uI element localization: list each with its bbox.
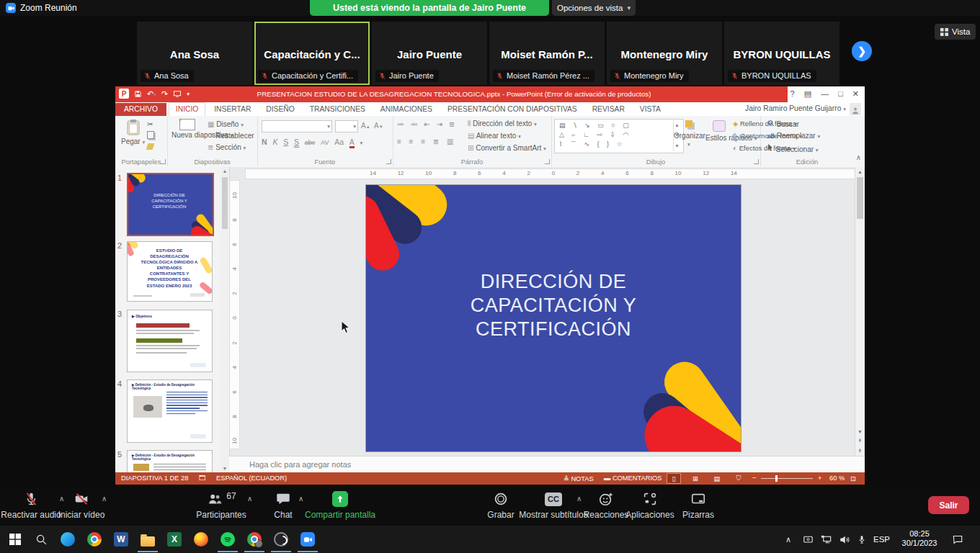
tab-inicio[interactable]: INICIO: [169, 102, 205, 117]
leave-meeting-button[interactable]: Salir: [928, 496, 969, 514]
slide-thumbnail-4[interactable]: ▶ Definición - Estudio de Desagregación …: [127, 379, 213, 443]
quick-styles-button[interactable]: Estilos rápidos ▾: [705, 120, 733, 143]
tab-transiciones[interactable]: TRANSICIONES: [303, 103, 372, 116]
shrink-font-icon[interactable]: A▼: [374, 122, 383, 130]
dialog-launcher-icon[interactable]: [161, 159, 166, 164]
edge-icon[interactable]: [58, 530, 77, 549]
find-button[interactable]: Buscar: [767, 120, 799, 128]
zoom-percentage[interactable]: 60 %: [829, 475, 845, 482]
slideshow-view-button[interactable]: ⛉: [731, 473, 746, 484]
tab-diseno[interactable]: DISEÑO: [259, 103, 300, 116]
start-video-button[interactable]: Iniciar vídeo: [50, 489, 112, 520]
alignment-icons[interactable]: ≡ ≡ ≡ ≣ ▥: [397, 138, 456, 145]
replace-button[interactable]: ab Reemplazar ▾: [767, 132, 820, 140]
list-indent-icons[interactable]: ≔ ≕ ⇤ ⇥ ≣: [397, 120, 457, 128]
restore-icon[interactable]: □: [838, 89, 843, 99]
slide-thumbnail-5[interactable]: ▶ Definición - Estudio de Desagregación …: [127, 450, 213, 472]
font-name-combobox[interactable]: ▾: [262, 120, 332, 132]
align-text-button[interactable]: ▤ Alinear texto ▾: [468, 132, 521, 140]
shapes-gallery[interactable]: ▤ ∖ ↘ ▭ ○ ▢ △ ⌐ ∟ ⇨ ⇩ ◠ ⌇ ⌒ ∿ { } ☆ ▲▼▼: [554, 119, 684, 153]
format-painter-icon[interactable]: [147, 143, 153, 151]
arrange-button[interactable]: Organizar▾: [674, 120, 704, 148]
zoom-in-icon[interactable]: +: [818, 475, 821, 482]
file-explorer-icon[interactable]: [138, 530, 157, 549]
dialog-launcher-icon[interactable]: [754, 159, 759, 164]
participant-tile[interactable]: Ana Sosa Ana Sosa: [137, 22, 252, 85]
obs-icon[interactable]: [272, 530, 290, 549]
dialog-launcher-icon[interactable]: [386, 159, 391, 164]
notes-toggle[interactable]: ≜ NOTAS: [564, 475, 594, 482]
slide-thumbnail-3[interactable]: ▶ Objetivos: [127, 310, 213, 372]
bold-button[interactable]: N: [262, 138, 267, 146]
participant-tile-active-speaker[interactable]: Capacitación y C... Capacitación y Certi…: [254, 22, 370, 85]
comments-toggle[interactable]: ▬ COMENTARIOS: [604, 475, 662, 482]
grow-font-icon[interactable]: A▲: [361, 122, 370, 130]
volume-tray-icon[interactable]: [838, 526, 851, 553]
slide-thumbnail-1[interactable]: DIRECCIÓN DE CAPACITACIÓN Y CERTIFICACIÓ…: [127, 173, 214, 236]
underline-button[interactable]: S: [283, 138, 288, 146]
participants-chevron[interactable]: ∧: [247, 495, 252, 503]
smartart-button[interactable]: ⊞ Convertir a SmartArt ▾: [468, 144, 546, 152]
slide-sorter-view-button[interactable]: ⊞: [688, 473, 703, 484]
reset-button[interactable]: ↺ Restablecer: [208, 132, 254, 140]
text-direction-button[interactable]: ⫴ Dirección del texto ▾: [468, 120, 537, 128]
collapse-ribbon-icon[interactable]: ∧: [856, 153, 861, 161]
close-icon[interactable]: ✕: [852, 89, 859, 99]
fit-to-window-icon[interactable]: ⊡: [850, 475, 856, 482]
new-slide-button[interactable]: ✦ Nueva diapositiva ▾: [172, 119, 203, 140]
save-icon[interactable]: [134, 90, 142, 98]
copy-icon[interactable]: [147, 131, 154, 140]
font-color-button[interactable]: A: [349, 138, 355, 148]
video-options-chevron[interactable]: ∧: [102, 495, 107, 503]
word-icon[interactable]: W: [112, 530, 130, 549]
view-options-button[interactable]: Opciones de vista▾: [552, 0, 636, 16]
chrome-profile-icon[interactable]: [245, 530, 264, 549]
tab-vista[interactable]: VISTA: [633, 103, 667, 116]
participant-tile[interactable]: Montenegro Miry Montenegro Miry: [607, 22, 722, 85]
strikethrough-button[interactable]: abc: [305, 139, 316, 146]
screen-recorder-tray-icon[interactable]: [802, 526, 814, 553]
reading-view-button[interactable]: ▤: [710, 473, 724, 484]
notifications-icon[interactable]: [951, 526, 964, 553]
change-case-button[interactable]: Aa: [334, 138, 344, 146]
zoom-taskbar-icon[interactable]: [298, 530, 317, 549]
chrome-icon[interactable]: [85, 530, 104, 549]
network-tray-icon[interactable]: [820, 526, 833, 553]
zoom-out-icon[interactable]: −: [752, 475, 756, 482]
tab-revisar[interactable]: REVISAR: [586, 103, 631, 116]
search-icon[interactable]: [32, 530, 50, 549]
tab-animaciones[interactable]: ANIMACIONES: [374, 103, 439, 116]
design-layout-button[interactable]: ▦ Diseño ▾: [208, 120, 244, 128]
spotify-icon[interactable]: [218, 530, 237, 549]
participant-tile[interactable]: Jairo Puente Jairo Puente: [372, 22, 487, 85]
customize-qat-icon[interactable]: ▾: [187, 91, 190, 97]
cut-icon[interactable]: ✂: [147, 120, 153, 128]
language-indicator[interactable]: ESP: [873, 526, 890, 553]
language-status[interactable]: ESPAÑOL (ECUADOR): [216, 475, 287, 482]
slide-thumbnail-2[interactable]: ESTUDIO DE DESAGREGACIÓN TECNOLÓGICA DIR…: [127, 241, 213, 302]
redo-icon[interactable]: ↷: [161, 89, 168, 99]
normal-view-button[interactable]: ▯: [667, 473, 681, 484]
avatar[interactable]: [850, 103, 861, 115]
slide-scrollbar[interactable]: ▲ ▼ ⇞ ⇟: [855, 167, 865, 456]
italic-button[interactable]: K: [272, 138, 277, 146]
accessibility-icon[interactable]: 🗔: [199, 475, 205, 482]
tray-chevron-icon[interactable]: ∧: [785, 526, 791, 553]
clock[interactable]: 08:25 30/1/2023: [896, 529, 943, 548]
slide-canvas[interactable]: DIRECCIÓN DE CAPACITACIÓN Y CERTIFICACIÓ…: [365, 184, 741, 452]
vista-button[interactable]: Vista: [935, 24, 976, 40]
notes-pane[interactable]: Haga clic para agregar notas: [229, 456, 865, 472]
firefox-icon[interactable]: [192, 530, 210, 549]
undo-icon[interactable]: ↶▾: [147, 89, 156, 99]
shadow-button[interactable]: S: [294, 138, 299, 146]
next-participants-button[interactable]: ❯: [852, 41, 872, 61]
participant-tile[interactable]: Moiset Ramón P... Moiset Ramón Pérez ...: [489, 22, 605, 85]
share-screen-button[interactable]: Compartir pantalla: [299, 489, 381, 520]
participant-tile[interactable]: BYRON UQUILLAS BYRON UQUILLAS: [724, 22, 839, 85]
tab-insertar[interactable]: INSERTAR: [208, 103, 257, 116]
microphone-tray-icon[interactable]: [857, 526, 867, 553]
tab-presentacion[interactable]: PRESENTACIÓN CON DIAPOSITIVAS: [441, 103, 584, 116]
char-spacing-button[interactable]: AV: [321, 139, 329, 146]
slide-title-text[interactable]: DIRECCIÓN DE CAPACITACIÓN Y CERTIFICACIÓ…: [431, 270, 676, 341]
font-size-combobox[interactable]: ▾: [335, 120, 358, 132]
